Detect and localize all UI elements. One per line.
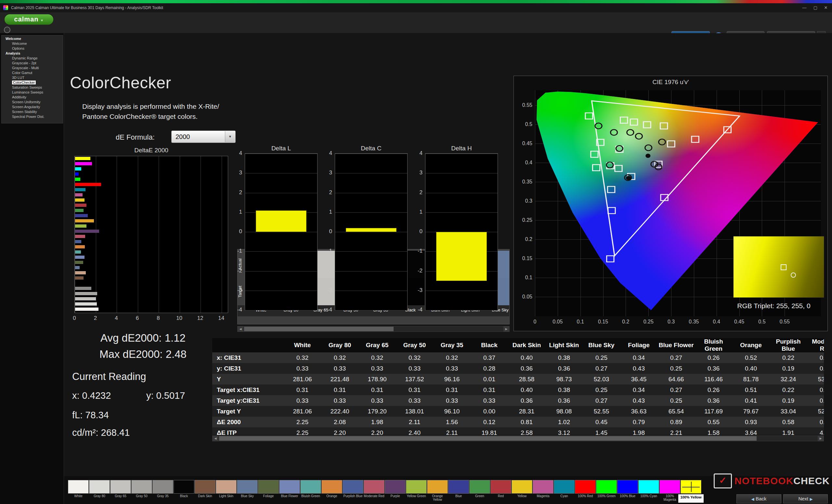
scrollbar-thumb[interactable]: [244, 327, 394, 331]
patch-cell-black[interactable]: Black: [174, 480, 194, 501]
table-cell: 281.06: [284, 374, 321, 385]
patch-cell-100-red[interactable]: 100% Red: [575, 480, 596, 501]
patch-cell-dark-skin[interactable]: Dark Skin: [195, 480, 215, 501]
swatch-scrollbar[interactable]: ◀ ▶: [237, 326, 510, 332]
table-cell: 0.34: [620, 352, 657, 363]
sidebar-item-label: Screen Stability: [12, 110, 37, 114]
sidebar-item-screen-uniformity[interactable]: Screen Uniformity: [2, 100, 63, 105]
patch-cell-100-blue[interactable]: 100% Blue: [617, 480, 638, 501]
sidebar-section-welcome[interactable]: Welcome: [2, 36, 63, 41]
patch-cell-100-green[interactable]: 100% Green: [596, 480, 617, 501]
table-cell: 0.19: [770, 363, 807, 374]
patch-cell-green[interactable]: Green: [469, 480, 490, 501]
patch-label: Orange Yellow: [427, 494, 448, 501]
deltae-bar-orange-yellow: [75, 219, 94, 222]
sidebar-item-grayscale-multi[interactable]: Grayscale - Multi: [2, 65, 63, 71]
cie-axis-label: 0.55: [516, 102, 532, 108]
maximize-button[interactable]: ▢: [811, 4, 820, 11]
patch-cell-yellow[interactable]: Yellow: [512, 480, 532, 501]
scrollbar-thumb[interactable]: [219, 436, 757, 441]
patch-cell-blue-flower[interactable]: Blue Flower: [279, 480, 300, 501]
app-menu-icon[interactable]: [4, 27, 10, 33]
patch-label: Cyan: [554, 494, 575, 501]
close-button[interactable]: ✕: [822, 4, 830, 11]
patch-cell-orange[interactable]: Orange: [321, 480, 342, 501]
patch-cell-white[interactable]: White: [68, 480, 89, 501]
patch-cell-100-yellow[interactable]: 100% Yellow: [680, 480, 701, 503]
patch-swatch: [448, 480, 469, 494]
patch-cell-magenta[interactable]: Magenta: [533, 480, 553, 501]
sidebar-item-luminance-sweeps[interactable]: Luminance Sweeps: [2, 90, 63, 95]
patch-cell-gray-65[interactable]: Gray 65: [110, 480, 131, 501]
minimize-button[interactable]: —: [800, 4, 809, 11]
patch-cell-100-cyan[interactable]: 100% Cyan: [638, 480, 659, 501]
patch-cell-red[interactable]: Red: [490, 480, 511, 501]
sidebar-section-analysis[interactable]: Analysis: [2, 51, 63, 56]
sidebar-item-welcome[interactable]: Welcome: [2, 41, 63, 46]
patch-cell-gray-35[interactable]: Gray 35: [152, 480, 173, 501]
gridline: [425, 310, 498, 310]
patch-cell-light-skin[interactable]: Light Skin: [216, 480, 237, 501]
sidebar-item-options[interactable]: Options: [2, 46, 63, 51]
de-formula-dropdown[interactable]: 2000▼: [171, 131, 236, 143]
table-cell: 2.20: [321, 427, 359, 435]
table-col-gray-50: Gray 50: [396, 338, 433, 352]
scroll-right-icon[interactable]: ▶: [818, 436, 824, 441]
patch-cell-orange-yellow[interactable]: Orange Yellow: [427, 480, 448, 501]
sidebar-item-dynamic-range[interactable]: Dynamic Range: [2, 56, 63, 61]
table-row-label: ΔE ITP: [212, 427, 284, 435]
table-scrollbar[interactable]: ◀ ▶: [212, 436, 824, 441]
patch-cell-purple[interactable]: Purple: [385, 480, 406, 501]
axis-tick-label: 4: [410, 150, 422, 157]
gridline: [245, 153, 317, 154]
patch-cell-gray-80[interactable]: Gray 80: [89, 480, 110, 501]
patch-swatch: [258, 480, 279, 494]
cie-axis-label: 0.35: [516, 179, 532, 185]
patch-cell-yellow-green[interactable]: Yellow Green: [406, 480, 427, 501]
sidebar-item-saturation-sweeps[interactable]: Saturation Sweeps: [2, 85, 63, 90]
table-cell: 0.34: [620, 385, 657, 395]
patch-cell-100-magenta[interactable]: 100% Magenta: [659, 480, 680, 501]
back-button[interactable]: ◀ Back: [736, 494, 781, 503]
sidebar-item-screen-angularity[interactable]: Screen Angularity: [2, 105, 63, 109]
patch-cell-foliage[interactable]: Foliage: [258, 480, 279, 501]
axis-tick-label: 4: [229, 150, 242, 157]
sidebar-item-additivity[interactable]: Additivity: [2, 95, 63, 100]
patch-cell-cyan[interactable]: Cyan: [554, 480, 575, 501]
scroll-left-icon[interactable]: ◀: [212, 436, 218, 441]
deltae-bar-purple: [75, 230, 99, 233]
description-line1: Display analysis is performed with the X…: [82, 101, 219, 111]
patch-cell-gray-50[interactable]: Gray 50: [131, 480, 152, 501]
sidebar-item-label: Additivity: [12, 95, 26, 99]
sidebar-item-color-gamut[interactable]: Color Gamut: [2, 71, 63, 75]
patch-cell-bluish-green[interactable]: Bluish Green: [300, 480, 321, 501]
axis-tick-label: -1: [410, 248, 422, 254]
patch-cell-purplish-blue[interactable]: Purplish Blue: [342, 480, 363, 501]
deltae-bar-green: [75, 209, 83, 212]
patch-label: Gray 35: [152, 494, 173, 501]
sidebar-item-label: 3D LUT: [12, 76, 24, 80]
table-cell: 2.21: [657, 427, 695, 435]
scroll-left-icon[interactable]: ◀: [238, 326, 243, 332]
sidebar-item-3d-lut[interactable]: 3D LUT: [2, 75, 63, 80]
sidebar-item-colorchecker[interactable]: ColorChecker: [2, 80, 63, 85]
patch-cell-moderate-red[interactable]: Moderate Red: [364, 480, 385, 501]
inset-measured-marker: [791, 273, 796, 278]
patch-cell-blue[interactable]: Blue: [448, 480, 469, 501]
sidebar-item-spectral-power-dist[interactable]: Spectral Power Dist.: [2, 114, 63, 119]
table-cell: 0.43: [620, 363, 657, 374]
patch-label: Red: [490, 494, 511, 501]
chevron-down-icon[interactable]: ▼: [225, 131, 235, 142]
table-cell: 79.67: [732, 406, 770, 417]
table-col-foliage: Foliage: [620, 338, 657, 352]
next-button[interactable]: Next ▶: [783, 494, 828, 503]
table-row-label: Y: [212, 374, 284, 385]
patch-cell-blue-sky[interactable]: Blue Sky: [237, 480, 258, 501]
table-cell: 178.90: [359, 374, 396, 385]
table-cell: 0.43: [620, 395, 657, 406]
scroll-right-icon[interactable]: ▶: [503, 326, 509, 332]
sidebar-item-grayscale-2pt[interactable]: Grayscale - 2pt: [2, 61, 63, 65]
cie-axis-label: 0.15: [598, 319, 608, 325]
calman-logo-button[interactable]: calman▼: [4, 14, 53, 25]
sidebar-item-screen-stability[interactable]: Screen Stability: [2, 109, 63, 114]
